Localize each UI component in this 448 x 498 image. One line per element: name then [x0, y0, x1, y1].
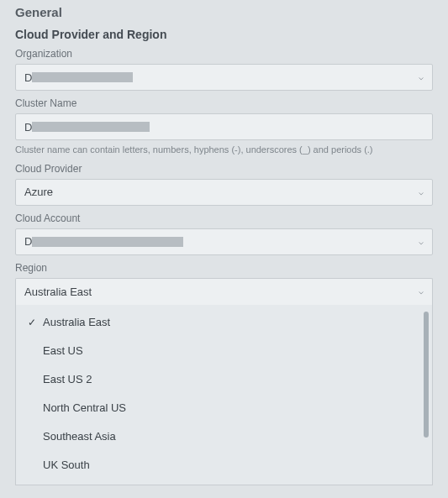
region-option[interactable]: East US [16, 337, 432, 365]
region-select[interactable]: Australia East ⌵ [15, 278, 433, 305]
region-option-label: East US 2 [43, 373, 92, 385]
region-value: Australia East [24, 286, 92, 298]
region-dropdown: ✓Australia EastEast USEast US 2North Cen… [15, 305, 433, 485]
chevron-down-icon: ⌵ [419, 73, 424, 81]
region-label: Region [15, 262, 433, 274]
organization-label: Organization [15, 48, 433, 60]
region-option-label: Australia East [43, 316, 110, 328]
organization-value-redacted [32, 72, 133, 82]
region-option[interactable]: North Central US [16, 394, 432, 422]
cluster-name-helper: Cluster name can contain letters, number… [15, 144, 433, 156]
cloud-provider-value: Azure [24, 186, 53, 198]
organization-select[interactable]: D ⌵ [15, 64, 433, 91]
organization-value-prefix: D [24, 71, 32, 84]
cluster-name-input[interactable]: D [15, 113, 433, 140]
region-option-label: UK South [43, 459, 90, 471]
region-option-label: East US [43, 344, 83, 357]
cluster-name-label: Cluster Name [15, 97, 433, 109]
cloud-provider-label: Cloud Provider [15, 163, 433, 175]
page-title: General [15, 5, 433, 19]
check-icon: ✓ [24, 317, 40, 328]
region-option-label: Southeast Asia [43, 430, 116, 443]
region-option-label: North Central US [43, 401, 126, 414]
cloud-account-select[interactable]: D ⌵ [15, 228, 433, 255]
scrollbar[interactable] [424, 312, 429, 438]
chevron-down-icon: ⌵ [419, 238, 424, 246]
cloud-account-value-prefix: D [24, 235, 32, 248]
cloud-account-value-redacted [32, 237, 183, 247]
cloud-provider-select[interactable]: Azure ⌵ [15, 179, 433, 206]
section-title: Cloud Provider and Region [15, 28, 433, 41]
cloud-account-label: Cloud Account [15, 212, 433, 224]
chevron-down-icon: ⌵ [419, 188, 424, 197]
cluster-name-value-prefix: D [24, 121, 32, 134]
cluster-name-value-redacted [32, 122, 150, 132]
region-option[interactable]: East US 2 [16, 365, 432, 394]
region-option[interactable]: UK South [16, 451, 432, 480]
chevron-down-icon: ⌵ [419, 287, 424, 296]
region-option[interactable]: Southeast Asia [16, 422, 432, 451]
region-option[interactable]: ✓Australia East [16, 308, 432, 337]
